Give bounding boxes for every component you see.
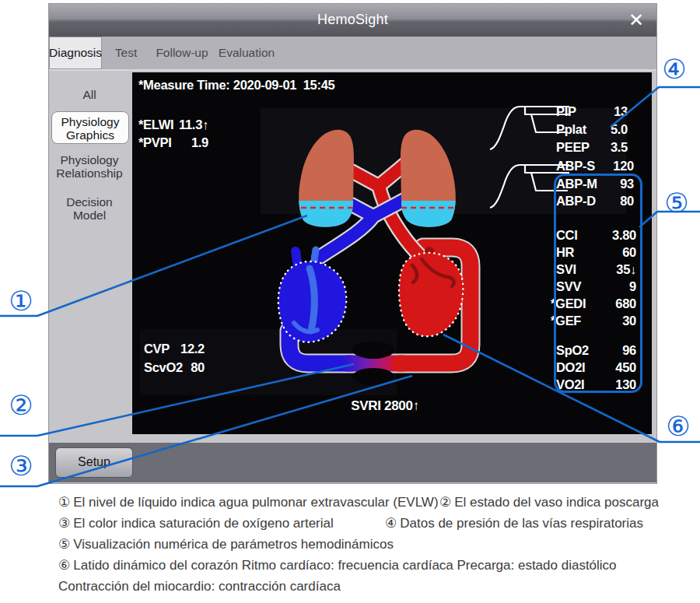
sidebar: All Physiology Graphics Physiology Relat… [49,71,130,443]
param-pip: PIP13 [556,103,628,120]
callout-2: ② [5,391,37,420]
param-scvo2: ScvO280 [144,359,205,376]
tab-evaluation[interactable]: Evaluation [214,37,279,69]
right-heart-blue [278,250,347,342]
legend-item-6-cont: Contracción del miocardio: contracción c… [58,576,341,597]
sidebar-item-physiology-graphics[interactable]: Physiology Graphics [51,111,129,144]
legend: ①El nivel de líquido indica agua pulmona… [58,492,688,597]
close-icon[interactable]: ✕ [624,9,649,32]
sidebar-item-label: Relationship [49,167,130,180]
param-peep: PEEP3.5 [556,138,628,156]
callout-1: ① [5,286,37,316]
callout-3: ③ [5,451,37,481]
sidebar-item-label: Physiology [52,115,128,128]
callout-6: ⑥ [663,412,694,441]
legend-row: ①El nivel de líquido indica agua pulmona… [58,492,688,513]
vessel-pinch [352,368,394,385]
legend-row: ③El color indica saturación de oxígeno a… [58,513,688,534]
title-bar: HemoSight ✕ [49,4,656,37]
param-elwi: *ELWI11.3↑ [138,116,208,133]
legend-item-4: ④Datos de presión de las vías respirator… [385,513,643,534]
legend-row: ⑥Latido dinámico del corazón Ritmo cardí… [58,555,688,576]
param-abp-s: ABP-S120 [556,157,634,174]
hemodynamic-params-highlight-box [554,174,642,393]
legend-item-6: ⑥Latido dinámico del corazón Ritmo cardí… [58,555,617,576]
sidebar-item-label: Graphics [52,128,128,142]
sidebar-item-physiology-relationship[interactable]: Physiology Relationship [49,153,130,180]
setup-button[interactable]: Setup [55,447,133,478]
left-heart-red [399,251,463,336]
tab-diagnosis[interactable]: Diagnosis [49,37,102,69]
screen: HemoSight ✕ Diagnosis Test Follow-up Eva… [0,0,700,603]
legend-row: Contracción del miocardio: contracción c… [58,576,688,597]
vessel-pinch [352,342,394,359]
tab-test[interactable]: Test [102,37,150,69]
callout-4: ④ [659,54,690,84]
legend-item-5: ⑤Visualización numérica de parámetros he… [58,534,394,555]
sidebar-item-label: Physiology [49,153,130,167]
bottom-bar: Setup [49,443,656,482]
sidebar-item-decision-model[interactable]: Decision Model [49,195,130,222]
legend-item-2: ②El estado del vaso indica poscarga [439,492,659,513]
measure-time: *Measure Time: 2020-09-01 15:45 [138,78,334,93]
tab-follow-up[interactable]: Follow-up [150,37,214,69]
sidebar-item-all[interactable]: All [49,88,130,101]
param-pplat: Pplat5.0 [556,121,628,138]
param-pvpi: *PVPI1.9 [138,134,208,151]
physiology-graphics-panel: *Measure Time: 2020-09-01 15:45 *ELWI11.… [132,72,652,434]
dialog-title: HemoSight [49,12,656,28]
callout-5: ⑤ [661,188,692,218]
param-svri: SVRI 2800↑ [319,398,451,414]
legend-item-3: ③El color indica saturación de oxígeno a… [58,513,385,534]
legend-item-1: ①El nivel de líquido indica agua pulmona… [58,492,439,513]
legend-row: ⑤Visualización numérica de parámetros he… [58,534,688,555]
param-cvp: CVP12.2 [144,340,205,357]
tab-bar: Diagnosis Test Follow-up Evaluation [49,37,656,71]
